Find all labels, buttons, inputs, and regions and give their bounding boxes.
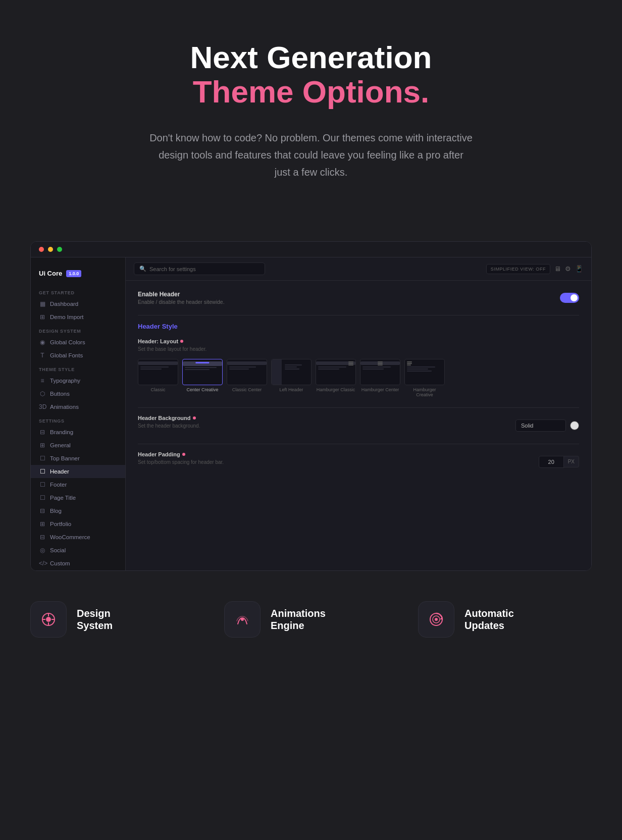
layout-card-hamburger-classic[interactable]: Hamburger Classic bbox=[316, 359, 356, 397]
sidebar: Ui Core 1.0.0 GET STARTED ▦ Dashboard ⊞ … bbox=[31, 257, 126, 570]
layout-card-left-header[interactable]: Left Header bbox=[271, 359, 312, 397]
svg-marker-10 bbox=[440, 617, 442, 619]
enable-header-desc: Enable / disable the header sitewide. bbox=[138, 299, 225, 305]
section-label-design-system: DESIGN SYSTEM bbox=[31, 324, 125, 336]
layout-name-left-header: Left Header bbox=[271, 387, 312, 392]
sidebar-item-custom[interactable]: </> Custom bbox=[31, 557, 125, 570]
padding-value-input[interactable]: 20 bbox=[539, 456, 564, 468]
animations-engine-text: Animations Engine bbox=[271, 607, 326, 632]
sidebar-item-label: Top Banner bbox=[50, 455, 80, 461]
layout-preview-classic-center bbox=[227, 359, 267, 385]
layout-preview-left-header bbox=[271, 359, 312, 385]
layout-name-hamburger-center: Hamburger Center bbox=[360, 387, 400, 392]
header-padding-row: Header Padding Set top/bottom spacing fo… bbox=[138, 451, 579, 472]
top-bar: 🔍 Search for settings SIMPLIFIED VIEW: O… bbox=[126, 257, 591, 281]
sidebar-item-label: Animations bbox=[50, 404, 79, 410]
sidebar-item-animations[interactable]: 3D Animations bbox=[31, 400, 125, 413]
section-label-theme-style: THEME STYLE bbox=[31, 362, 125, 374]
custom-icon: </> bbox=[39, 560, 46, 567]
global-fonts-icon: T bbox=[39, 352, 46, 359]
page-title-icon: ☐ bbox=[39, 494, 46, 501]
enable-header-label: Enable Header bbox=[138, 291, 225, 298]
sidebar-item-label: Dashboard bbox=[50, 301, 78, 307]
sidebar-item-dashboard[interactable]: ▦ Dashboard bbox=[31, 297, 125, 310]
dashboard-icon: ▦ bbox=[39, 300, 46, 307]
header-background-row: Header Background Set the header backgro… bbox=[138, 415, 579, 436]
enable-header-info: Enable Header Enable / disable the heade… bbox=[138, 291, 225, 305]
settings-icon[interactable]: ⚙ bbox=[565, 265, 571, 273]
hero-section: Next Generation Theme Options. Don't kno… bbox=[0, 0, 622, 241]
layout-section: Header: Layout Set the base layout for h… bbox=[138, 338, 579, 397]
search-box[interactable]: 🔍 Search for settings bbox=[134, 262, 265, 275]
buttons-icon: ⬡ bbox=[39, 390, 46, 397]
sidebar-item-buttons[interactable]: ⬡ Buttons bbox=[31, 387, 125, 400]
desktop-icon[interactable]: 🖥 bbox=[554, 265, 561, 273]
layout-preview-classic bbox=[138, 359, 178, 385]
sidebar-item-demo-import[interactable]: ⊞ Demo Import bbox=[31, 310, 125, 324]
pad-required-dot bbox=[182, 453, 185, 456]
sidebar-item-label: Portfolio bbox=[50, 521, 71, 527]
color-picker-dot[interactable] bbox=[570, 421, 579, 430]
features-section: Design System Animations Engine bbox=[0, 571, 622, 668]
svg-point-6 bbox=[241, 618, 244, 621]
svg-point-1 bbox=[46, 617, 51, 622]
sidebar-item-label: Header bbox=[50, 468, 69, 475]
layout-card-hamburger-creative[interactable]: Hamburger Creative bbox=[404, 359, 445, 397]
sidebar-item-label: General bbox=[50, 442, 71, 448]
sidebar-item-social[interactable]: ◎ Social bbox=[31, 544, 125, 557]
sidebar-item-label: Typography bbox=[50, 378, 80, 384]
titlebar-dot-green[interactable] bbox=[57, 247, 62, 252]
sidebar-item-branding[interactable]: ⊟ Branding bbox=[31, 426, 125, 439]
layout-card-classic-center[interactable]: Classic Center bbox=[227, 359, 267, 397]
hero-subtitle: Don't know how to code? No problem. Our … bbox=[149, 129, 473, 181]
enable-header-toggle[interactable] bbox=[560, 293, 579, 303]
layout-preview-hamburger-creative bbox=[404, 359, 445, 385]
sidebar-item-label: Blog bbox=[50, 508, 62, 514]
sidebar-item-general[interactable]: ⊞ General bbox=[31, 439, 125, 452]
design-system-text: Design System bbox=[77, 607, 113, 632]
search-text: Search for settings bbox=[149, 266, 196, 272]
footer-icon: ☐ bbox=[39, 481, 46, 488]
sidebar-item-header[interactable]: ☐ Header bbox=[31, 465, 125, 478]
background-dropdown[interactable]: Solid bbox=[515, 419, 566, 432]
header-padding-info: Header Padding Set top/bottom spacing fo… bbox=[138, 451, 224, 472]
required-dot bbox=[180, 340, 183, 343]
simplified-view-button[interactable]: SIMPLIFIED VIEW: OFF bbox=[486, 264, 550, 274]
titlebar-dot-red[interactable] bbox=[39, 247, 44, 252]
hero-title-white: Next Generation bbox=[101, 40, 521, 75]
app-window: Ui Core 1.0.0 GET STARTED ▦ Dashboard ⊞ … bbox=[30, 241, 592, 571]
sidebar-item-label: WooCommerce bbox=[50, 534, 90, 540]
layout-card-classic[interactable]: Classic bbox=[138, 359, 178, 397]
feature-design-system: Design System bbox=[30, 601, 204, 638]
padding-input-group: 20 PX bbox=[539, 456, 579, 468]
layout-name-center-creative: Center Creative bbox=[182, 387, 223, 392]
header-background-label: Header Background bbox=[138, 415, 200, 421]
animations-icon: 3D bbox=[39, 403, 46, 410]
sidebar-item-global-colors[interactable]: ◉ Global Colors bbox=[31, 336, 125, 349]
layout-preview-hamburger-center bbox=[360, 359, 400, 385]
sidebar-item-global-fonts[interactable]: T Global Fonts bbox=[31, 349, 125, 362]
sidebar-item-blog[interactable]: ⊟ Blog bbox=[31, 504, 125, 517]
sidebar-item-woocommerce[interactable]: ⊟ WooCommerce bbox=[31, 531, 125, 544]
top-banner-icon: ☐ bbox=[39, 455, 46, 462]
branding-icon: ⊟ bbox=[39, 429, 46, 436]
sidebar-item-typography[interactable]: ≡ Typography bbox=[31, 374, 125, 387]
blog-icon: ⊟ bbox=[39, 507, 46, 514]
hero-title-pink: Theme Options. bbox=[101, 75, 521, 109]
sidebar-item-portfolio[interactable]: ⊞ Portfolio bbox=[31, 517, 125, 531]
sidebar-item-footer[interactable]: ☐ Footer bbox=[31, 478, 125, 491]
layout-name-hamburger-classic: Hamburger Classic bbox=[316, 387, 356, 392]
social-icon: ◎ bbox=[39, 547, 46, 554]
titlebar-dot-yellow[interactable] bbox=[48, 247, 53, 252]
sidebar-item-page-title[interactable]: ☐ Page Title bbox=[31, 491, 125, 504]
sidebar-item-label: Branding bbox=[50, 429, 73, 435]
layout-card-hamburger-center[interactable]: Hamburger Center bbox=[360, 359, 400, 397]
layout-card-center-creative[interactable]: Center Creative bbox=[182, 359, 223, 397]
padding-unit-badge: PX bbox=[564, 456, 579, 467]
mobile-icon[interactable]: 📱 bbox=[575, 265, 583, 273]
logo-text: Ui Core bbox=[39, 270, 62, 277]
enable-header-row: Enable Header Enable / disable the heade… bbox=[138, 291, 579, 305]
layout-preview-center-creative bbox=[182, 359, 223, 385]
sidebar-item-top-banner[interactable]: ☐ Top Banner bbox=[31, 452, 125, 465]
app-titlebar bbox=[31, 242, 591, 257]
